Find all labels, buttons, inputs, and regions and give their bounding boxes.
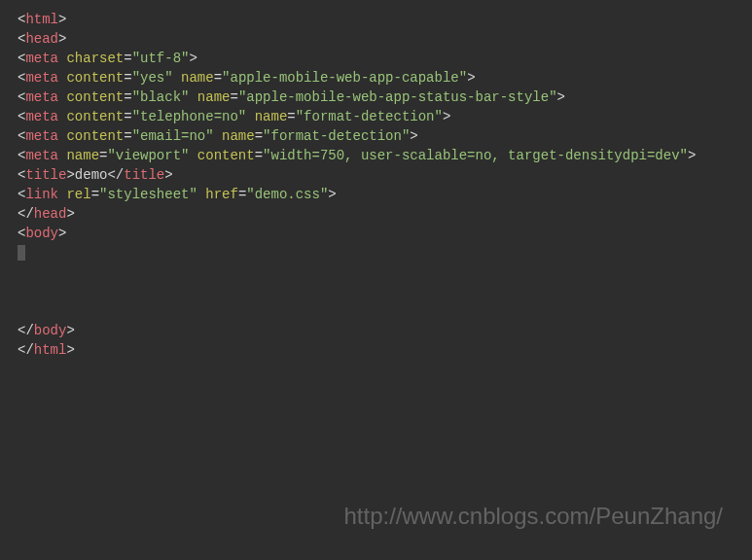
- watermark-text: http://www.cnblogs.com/PeunZhang/: [343, 507, 723, 526]
- code-editor[interactable]: <html><head><meta charset="utf-8"><meta …: [0, 10, 752, 360]
- text-cursor: [18, 245, 25, 261]
